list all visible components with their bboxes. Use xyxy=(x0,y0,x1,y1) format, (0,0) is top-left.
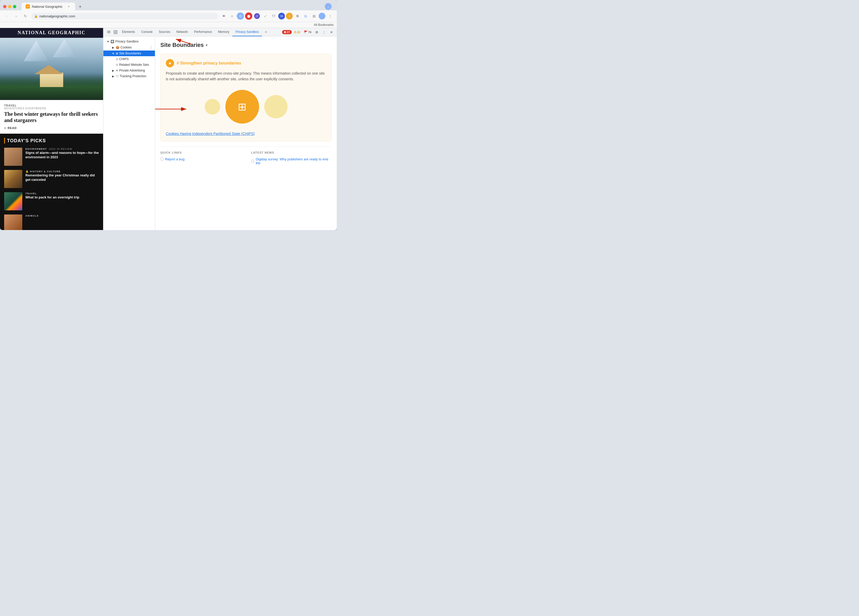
devtools-close-button[interactable]: ✕ xyxy=(328,29,335,36)
close-traffic-light[interactable] xyxy=(3,5,6,8)
devtools-inspector-icon[interactable] xyxy=(112,29,119,35)
content-page-title: Site Boundaries xyxy=(160,42,204,48)
content-card: ■ Strengthen privacy boundaries Proposal… xyxy=(160,54,331,141)
article-category: TRAVEL xyxy=(25,192,99,195)
puzzle-icon[interactable]: ⧉ xyxy=(294,13,301,20)
link-dot-icon xyxy=(160,158,164,161)
tree-item-private-advertising[interactable]: ▶ ✉ Private Advertising xyxy=(103,67,155,73)
list-item[interactable]: ENVIRONMENT 2023 IN REVIEW Signs of alar… xyxy=(4,148,99,166)
dropdown-arrow-icon[interactable]: ▾ xyxy=(206,43,208,47)
article-category: ANIMALS xyxy=(25,214,99,217)
ext6-icon[interactable]: 34 xyxy=(278,13,285,19)
card-icon: ■ xyxy=(166,59,174,67)
tab-network[interactable]: Network xyxy=(173,28,191,36)
hero-read-button[interactable]: ≡ READ xyxy=(4,127,99,130)
chrome-icon[interactable]: G xyxy=(302,13,309,20)
bookmarks-bar: All Bookmarks xyxy=(0,22,337,28)
browser-toolbar: ‹ › ↻ 🔒 nationalgeographic.com 👁 ☆ ⊡ ⬤ 2… xyxy=(0,10,337,22)
forward-button[interactable]: › xyxy=(12,13,20,20)
tab-elements[interactable]: Elements xyxy=(119,28,138,36)
website-panel: National Geographic TRAVEL ADVENTURES E xyxy=(0,28,103,230)
tree-item-chips[interactable]: ⊙ CHIPS xyxy=(103,56,155,62)
tree-item-tracking-protection[interactable]: ▶ 🛡 Tracking Protection xyxy=(103,73,155,79)
new-tab-button[interactable]: + xyxy=(77,3,84,10)
address-bar[interactable]: 🔒 nationalgeographic.com xyxy=(31,13,218,19)
tree-item-cookies[interactable]: ▶ 🍪 Cookies ⋮ xyxy=(103,44,155,50)
ext4-icon[interactable]: ✓ xyxy=(262,13,269,20)
site-boundaries-label: Site Boundaries xyxy=(119,52,153,55)
ext2-icon[interactable]: ⬤ xyxy=(245,13,252,20)
bubble-small xyxy=(205,99,220,114)
bubble-medium xyxy=(264,95,287,118)
chips-link[interactable]: Cookies Having Independent Partitioned S… xyxy=(166,131,255,136)
active-tab[interactable]: N National Geographic × xyxy=(22,3,75,10)
title-bar: N National Geographic × + ⌄ xyxy=(0,0,337,10)
private-advertising-label: Private Advertising xyxy=(119,69,153,72)
ext1-icon[interactable]: ⊡ xyxy=(237,13,244,20)
info-icon: 🚩 xyxy=(304,30,308,34)
eye-off-icon[interactable]: 👁 xyxy=(220,13,228,20)
hero-image-section xyxy=(0,38,103,100)
tree-toggle-icon: ▶ xyxy=(112,69,115,72)
privacy-sandbox-icon: 🔲 xyxy=(111,40,114,43)
devtools-drag-handle[interactable] xyxy=(105,29,112,35)
hero-title: The best winter getaways for thrill seek… xyxy=(4,111,99,123)
devtools-more-icon[interactable]: ⋮ xyxy=(321,29,328,36)
tree-dot-menu-icon[interactable]: ⋮ xyxy=(149,45,153,50)
tree-item-related-website-sets[interactable]: ⊙ Related Website Sets xyxy=(103,62,155,67)
tree-toggle-icon: ▶ xyxy=(112,46,115,49)
ext7-icon[interactable]: ⬡ xyxy=(286,13,293,19)
hero-caption: TRAVEL ADVENTURES EVERYWHERE The best wi… xyxy=(0,100,103,134)
report-bug-link[interactable]: Report a bug xyxy=(165,157,184,161)
maximize-traffic-light[interactable] xyxy=(13,5,16,8)
tab-performance[interactable]: Performance xyxy=(191,28,215,36)
article-category: 🔒 HISTORY & CULTURE xyxy=(25,170,99,173)
tab-console[interactable]: Console xyxy=(138,28,156,36)
tab-more[interactable]: » xyxy=(262,28,270,36)
back-button[interactable]: ‹ xyxy=(3,13,10,20)
reload-button[interactable]: ↻ xyxy=(22,13,29,20)
ext3-icon[interactable]: 22 xyxy=(253,13,261,20)
list-item[interactable]: 🔒 HISTORY & CULTURE Remembering the year… xyxy=(4,170,99,188)
tree-panel: ▼ 🔲 Privacy Sandbox ▶ 🍪 Cookies ⋮ ▼ ⊞ Si… xyxy=(103,36,155,230)
warning-icon: ⚠ xyxy=(294,30,297,34)
devtools-panel: Elements Console Sources Network Perform… xyxy=(103,28,337,230)
related-sets-icon: ⊙ xyxy=(116,63,118,67)
more-menu-button[interactable]: ⋮ xyxy=(326,13,334,20)
tracking-protection-label: Tracking Protection xyxy=(120,74,153,78)
ext5-icon[interactable]: 🛡 xyxy=(270,13,277,20)
cookies-label: Cookies xyxy=(120,45,148,49)
article-thumbnail xyxy=(4,192,22,210)
list-item[interactable]: TRAVEL What to pack for an overnight tri… xyxy=(4,192,99,210)
svg-point-4 xyxy=(115,31,116,33)
picks-section: TODAY'S PICKS ENVIRONMENT 2023 IN REVIEW… xyxy=(0,134,103,230)
article-category: ENVIRONMENT 2023 IN REVIEW xyxy=(25,148,99,150)
list-item[interactable]: ANIMALS xyxy=(4,214,99,230)
tab-privacy-sandbox[interactable]: Privacy Sandbox xyxy=(233,28,262,36)
tree-item-privacy-sandbox[interactable]: ▼ 🔲 Privacy Sandbox xyxy=(103,39,155,44)
tab-sources[interactable]: Sources xyxy=(156,28,173,36)
bottom-section: QUICK LINKS Report a bug LATEST NEWS Dig… xyxy=(160,147,331,167)
tree-item-site-boundaries[interactable]: ▼ ⊞ Site Boundaries xyxy=(103,50,155,56)
tab-close-button[interactable]: × xyxy=(67,5,71,9)
profile-icon[interactable]: ⊟ xyxy=(310,13,318,20)
article-title: Remembering the year Christmas really di… xyxy=(25,173,99,182)
privacy-sandbox-label: Privacy Sandbox xyxy=(115,40,153,43)
tab-favicon: N xyxy=(26,5,30,9)
toolbar-icons: 👁 ☆ ⊡ ⬤ 22 ✓ 🛡 34 ⬡ ⧉ G ⊟ ⋮ xyxy=(220,13,334,20)
svg-rect-3 xyxy=(114,31,117,34)
info-count-badge: 🚩 74 xyxy=(302,30,313,34)
settings-icon[interactable]: ⚙ xyxy=(314,29,320,36)
minimize-traffic-light[interactable] xyxy=(8,5,11,8)
bookmark-icon[interactable]: ☆ xyxy=(228,13,236,20)
card-heading: Strengthen privacy boundaries xyxy=(176,61,241,66)
devtools-body: ▼ 🔲 Privacy Sandbox ▶ 🍪 Cookies ⋮ ▼ ⊞ Si… xyxy=(103,36,337,230)
content-title-row: Site Boundaries ▾ xyxy=(160,42,331,48)
tab-memory[interactable]: Memory xyxy=(215,28,233,36)
user-avatar[interactable] xyxy=(319,13,325,19)
error-count-badge: ⊗ 27 xyxy=(282,30,291,34)
expand-button[interactable]: ⌄ xyxy=(325,3,331,10)
devtools-tab-bar: Elements Console Sources Network Perform… xyxy=(103,28,337,36)
news-link[interactable]: Digiday survey: Why publishers are ready… xyxy=(256,157,331,165)
article-info: ENVIRONMENT 2023 IN REVIEW Signs of alar… xyxy=(25,148,99,166)
